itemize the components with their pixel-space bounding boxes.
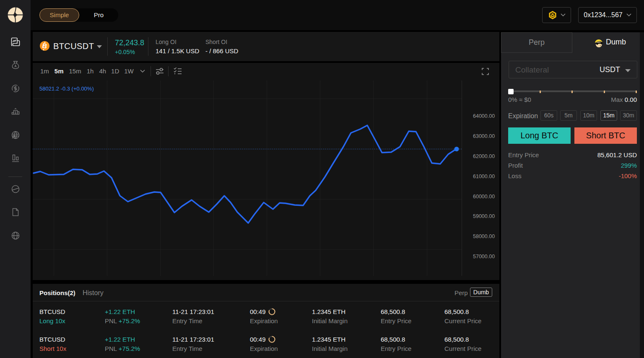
svg-text:63000.00: 63000.00 <box>473 133 495 139</box>
svg-text:57000.00: 57000.00 <box>473 254 495 259</box>
svg-text:64000.00: 64000.00 <box>473 113 495 119</box>
svg-text:61000.00: 61000.00 <box>473 174 495 179</box>
svg-text:62000.00: 62000.00 <box>473 153 495 159</box>
svg-text:59000.00: 59000.00 <box>473 213 495 219</box>
svg-text:60000.00: 60000.00 <box>473 194 495 200</box>
svg-text:58000.00: 58000.00 <box>473 233 495 239</box>
